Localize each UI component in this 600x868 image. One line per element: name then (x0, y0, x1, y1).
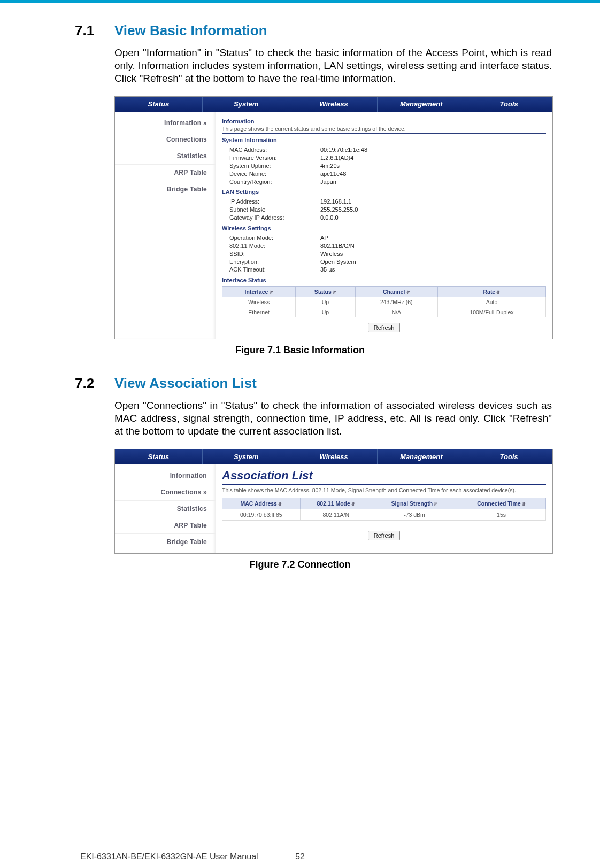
section-number: 7.1 (75, 22, 114, 39)
nav-tab-status[interactable]: Status (115, 449, 203, 464)
value-ack: 35 µs (320, 266, 335, 274)
col-conntime[interactable]: Connected Time (457, 498, 546, 509)
label-ack: ACK Timeout: (229, 266, 320, 274)
main-panel: Information This page shows the current … (216, 112, 552, 339)
cell: Ethernet (222, 307, 296, 317)
subhead-lan: LAN Settings (222, 189, 546, 196)
col-80211[interactable]: 802.11 Mode (300, 498, 372, 509)
label-opmode: Operation Mode: (229, 234, 320, 242)
nav-tab-wireless[interactable]: Wireless (290, 449, 378, 464)
label-80211: 802.11 Mode: (229, 242, 320, 250)
value-ssid: Wireless (320, 250, 343, 258)
col-interface[interactable]: Interface (222, 287, 296, 297)
col-signal[interactable]: Signal Strength (372, 498, 457, 509)
value-gateway: 0.0.0.0 (320, 214, 339, 222)
section-number: 7.2 (75, 375, 114, 392)
value-enc: Open System (320, 258, 356, 266)
figure-7-2-screenshot: Status System Wireless Management Tools … (114, 449, 553, 554)
label-country: Country/Region: (229, 178, 320, 186)
cell: N/A (355, 307, 437, 317)
value-firmware: 1.2.6.1(AD)4 (320, 154, 353, 162)
nav-tab-system[interactable]: System (203, 449, 290, 464)
col-channel[interactable]: Channel (355, 287, 437, 297)
value-ip: 192.168.1.1 (320, 198, 351, 206)
sidebar-item-bridge-table[interactable]: Bridge Table (115, 181, 216, 197)
cell: 802.11A/N (300, 509, 372, 521)
label-mask: Subnet Mask: (229, 206, 320, 214)
label-gateway: Gateway IP Address: (229, 214, 320, 222)
label-firmware: Firmware Version: (229, 154, 320, 162)
refresh-button[interactable]: Refresh (368, 323, 401, 332)
value-devname: apc11e48 (320, 170, 346, 178)
figure-caption-7-2: Figure 7.2 Connection (48, 559, 552, 570)
panel-heading: Information (222, 118, 546, 125)
cell: Up (296, 307, 355, 317)
sidebar-item-arp-table[interactable]: ARP Table (115, 517, 216, 533)
nav-tab-management[interactable]: Management (378, 449, 465, 464)
nav-tab-status[interactable]: Status (115, 97, 203, 112)
label-ssid: SSID: (229, 250, 320, 258)
section-paragraph: Open "Information" in "Status" to check … (114, 46, 552, 84)
nav-tab-tools[interactable]: Tools (465, 449, 552, 464)
cell: 15s (457, 509, 546, 521)
top-nav: Status System Wireless Management Tools (115, 97, 552, 112)
figure-caption-7-1: Figure 7.1 Basic Information (48, 345, 552, 356)
sidebar-item-statistics[interactable]: Statistics (115, 148, 216, 164)
assoc-desc: This table shows the MAC Address, 802.11… (222, 487, 546, 493)
sidebar: Information Connections Statistics ARP T… (115, 464, 216, 553)
value-80211: 802.11B/G/N (320, 242, 355, 250)
footer-page-number: 52 (0, 852, 600, 862)
sidebar-item-connections[interactable]: Connections (115, 131, 216, 148)
cell: 100M/Full-Duplex (437, 307, 545, 317)
section-heading-7-1: 7.1 View Basic Information (75, 22, 552, 39)
cell: -73 dBm (372, 509, 457, 521)
cell: Wireless (222, 297, 296, 307)
nav-tab-wireless[interactable]: Wireless (290, 97, 378, 112)
section-paragraph: Open "Connections" in "Status" to check … (114, 399, 552, 437)
sidebar-item-information[interactable]: Information (115, 468, 216, 484)
sidebar-item-statistics[interactable]: Statistics (115, 500, 216, 517)
sidebar: Information Connections Statistics ARP T… (115, 112, 216, 339)
section-title: View Basic Information (114, 22, 267, 39)
main-panel: Association List This table shows the MA… (216, 464, 552, 553)
col-status[interactable]: Status (296, 287, 355, 297)
interface-table: Interface Status Channel Rate Wireless U… (222, 286, 546, 317)
value-uptime: 4m:20s (320, 162, 340, 170)
label-ip: IP Address: (229, 198, 320, 206)
figure-7-1-screenshot: Status System Wireless Management Tools … (114, 96, 553, 339)
col-rate[interactable]: Rate (437, 287, 545, 297)
divider (222, 525, 546, 525)
col-mac[interactable]: MAC Address (222, 498, 301, 509)
nav-tab-management[interactable]: Management (378, 97, 465, 112)
label-mac: MAC Address: (229, 146, 320, 154)
cell: Up (296, 297, 355, 307)
table-row: 00:19:70:b3:ff:85 802.11A/N -73 dBm 15s (222, 509, 546, 521)
sidebar-item-bridge-table[interactable]: Bridge Table (115, 533, 216, 550)
value-mac: 00:19:70:c1:1e:48 (320, 146, 367, 154)
cell: 2437MHz (6) (355, 297, 437, 307)
label-devname: Device Name: (229, 170, 320, 178)
value-opmode: AP (320, 234, 328, 242)
assoc-table: MAC Address 802.11 Mode Signal Strength … (222, 498, 546, 521)
cell: 00:19:70:b3:ff:85 (222, 509, 301, 521)
nav-tab-tools[interactable]: Tools (465, 97, 552, 112)
nav-tab-system[interactable]: System (203, 97, 290, 112)
label-uptime: System Uptime: (229, 162, 320, 170)
refresh-button[interactable]: Refresh (368, 531, 401, 540)
panel-description: This page shows the current status and s… (222, 126, 546, 134)
table-row: Wireless Up 2437MHz (6) Auto (222, 297, 546, 307)
sidebar-item-connections[interactable]: Connections (115, 484, 216, 500)
table-row: Ethernet Up N/A 100M/Full-Duplex (222, 307, 546, 317)
subhead-system-info: System Information (222, 137, 546, 144)
assoc-title: Association List (222, 469, 546, 485)
sidebar-item-information[interactable]: Information (115, 115, 216, 131)
cell: Auto (437, 297, 545, 307)
subhead-wireless: Wireless Settings (222, 225, 546, 232)
sidebar-item-arp-table[interactable]: ARP Table (115, 164, 216, 181)
section-title: View Association List (114, 375, 257, 392)
section-heading-7-2: 7.2 View Association List (75, 375, 552, 392)
value-country: Japan (320, 178, 336, 186)
value-mask: 255.255.255.0 (320, 206, 358, 214)
label-enc: Encryption: (229, 258, 320, 266)
subhead-interface: Interface Status (222, 277, 546, 284)
